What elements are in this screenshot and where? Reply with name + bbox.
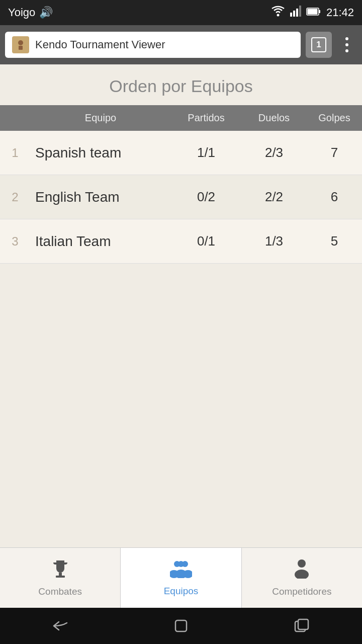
svg-point-19: [295, 570, 309, 579]
rank-cell: 3: [0, 234, 30, 249]
svg-rect-10: [59, 573, 62, 576]
back-button[interactable]: [45, 616, 75, 636]
rank-cell: 1: [0, 146, 30, 160]
svg-rect-7: [319, 10, 320, 13]
svg-rect-22: [298, 619, 308, 629]
status-bar: Yoigo 🔊: [0, 0, 362, 25]
nav-item-equipos[interactable]: Equipos: [121, 548, 241, 608]
partidos-cell: 0/2: [171, 189, 241, 205]
svg-rect-4: [299, 6, 301, 17]
partidos-cell: 1/1: [171, 145, 241, 160]
status-left: Yoigo 🔊: [8, 6, 53, 19]
table-row[interactable]: 1 Spanish team 1/1 2/3 7: [0, 131, 362, 175]
carrier-label: Yoigo: [8, 6, 35, 19]
svg-point-18: [298, 559, 306, 568]
people-icon: [170, 559, 192, 583]
svg-rect-20: [175, 620, 187, 631]
partidos-cell: 0/1: [171, 233, 241, 249]
app-bar: Kendo Tournament Viewer 1: [0, 25, 362, 64]
nav-item-competidores[interactable]: Competidores: [242, 548, 362, 608]
status-right: 21:42: [271, 6, 354, 20]
menu-dot-3: [345, 49, 348, 52]
rank-cell: 2: [0, 190, 30, 204]
header-equipo: Equipo: [30, 105, 171, 131]
address-bar[interactable]: Kendo Tournament Viewer: [5, 32, 301, 58]
nav-label-combates: Combates: [38, 586, 82, 597]
person-icon: [293, 558, 311, 583]
trophy-icon: [50, 558, 70, 583]
header-golpes: Golpes: [307, 105, 362, 131]
nav-item-combates[interactable]: Combates: [0, 548, 121, 608]
nav-label-competidores: Competidores: [272, 586, 331, 597]
android-nav: [0, 608, 362, 644]
svg-point-14: [178, 561, 184, 567]
menu-button[interactable]: [337, 32, 357, 58]
duelos-cell: 2/3: [241, 145, 307, 160]
rankings-table: Equipo Partidos Duelos Golpes 1 Spanish …: [0, 105, 362, 264]
header-rank: [0, 105, 30, 131]
app-title: Kendo Tournament Viewer: [35, 38, 165, 51]
golpes-cell: 7: [307, 145, 362, 160]
tab-button[interactable]: 1: [306, 32, 332, 58]
duelos-cell: 1/3: [241, 233, 307, 249]
svg-rect-9: [19, 46, 23, 50]
svg-rect-11: [56, 576, 65, 578]
svg-rect-6: [307, 9, 317, 15]
battery-icon: [306, 6, 321, 19]
bottom-nav: Combates Equipos Competidores: [0, 547, 362, 608]
signal-icon: [290, 6, 301, 20]
svg-rect-2: [293, 11, 295, 17]
table-row[interactable]: 3 Italian Team 0/1 1/3 5: [0, 219, 362, 264]
svg-point-8: [18, 40, 23, 45]
duelos-cell: 2/2: [241, 189, 307, 205]
svg-rect-3: [296, 9, 298, 17]
time-label: 21:42: [326, 6, 354, 19]
app-favicon: [12, 36, 29, 53]
team-cell: Spanish team: [30, 145, 171, 161]
table-header: Equipo Partidos Duelos Golpes: [0, 105, 362, 131]
menu-dot-1: [345, 37, 348, 40]
header-duelos: Duelos: [241, 105, 307, 131]
volume-icon: 🔊: [39, 6, 53, 19]
table-row[interactable]: 2 English Team 0/2 2/2 6: [0, 175, 362, 219]
tab-count: 1: [311, 37, 326, 52]
recents-button[interactable]: [287, 616, 317, 636]
team-cell: English Team: [30, 189, 171, 205]
svg-point-0: [277, 14, 279, 17]
main-content: Orden por Equipos Equipo Partidos Duelos…: [0, 64, 362, 547]
golpes-cell: 5: [307, 233, 362, 249]
wifi-icon: [271, 6, 285, 20]
nav-label-equipos: Equipos: [164, 586, 199, 597]
page-title: Orden por Equipos: [0, 64, 362, 105]
menu-dot-2: [345, 43, 348, 46]
svg-rect-1: [290, 13, 292, 17]
header-partidos: Partidos: [171, 105, 241, 131]
golpes-cell: 6: [307, 189, 362, 205]
team-cell: Italian Team: [30, 233, 171, 250]
home-button[interactable]: [166, 616, 196, 636]
